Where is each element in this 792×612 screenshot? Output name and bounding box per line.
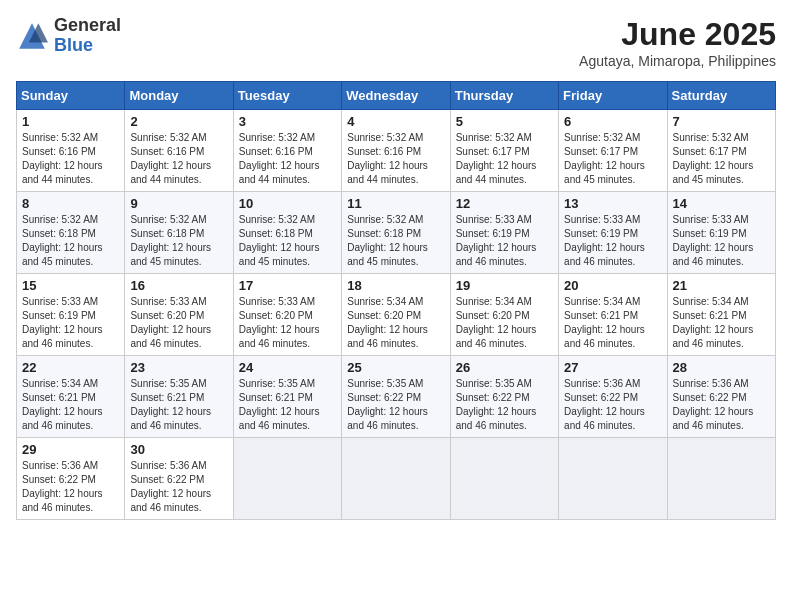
day-info: Sunrise: 5:35 AM Sunset: 6:21 PM Dayligh… — [239, 377, 336, 433]
day-cell-19: 19 Sunrise: 5:34 AM Sunset: 6:20 PM Dayl… — [450, 274, 558, 356]
day-cell-7: 7 Sunrise: 5:32 AM Sunset: 6:17 PM Dayli… — [667, 110, 775, 192]
day-info: Sunrise: 5:34 AM Sunset: 6:21 PM Dayligh… — [673, 295, 770, 351]
day-number: 9 — [130, 196, 227, 211]
day-number: 18 — [347, 278, 444, 293]
day-number: 28 — [673, 360, 770, 375]
day-info: Sunrise: 5:32 AM Sunset: 6:17 PM Dayligh… — [564, 131, 661, 187]
day-number: 30 — [130, 442, 227, 457]
day-info: Sunrise: 5:34 AM Sunset: 6:21 PM Dayligh… — [564, 295, 661, 351]
day-info: Sunrise: 5:35 AM Sunset: 6:21 PM Dayligh… — [130, 377, 227, 433]
day-cell-2: 2 Sunrise: 5:32 AM Sunset: 6:16 PM Dayli… — [125, 110, 233, 192]
day-info: Sunrise: 5:33 AM Sunset: 6:20 PM Dayligh… — [239, 295, 336, 351]
day-info: Sunrise: 5:32 AM Sunset: 6:18 PM Dayligh… — [239, 213, 336, 269]
calendar-week-1: 1 Sunrise: 5:32 AM Sunset: 6:16 PM Dayli… — [17, 110, 776, 192]
day-number: 8 — [22, 196, 119, 211]
day-cell-29: 29 Sunrise: 5:36 AM Sunset: 6:22 PM Dayl… — [17, 438, 125, 520]
day-cell-10: 10 Sunrise: 5:32 AM Sunset: 6:18 PM Dayl… — [233, 192, 341, 274]
day-cell-26: 26 Sunrise: 5:35 AM Sunset: 6:22 PM Dayl… — [450, 356, 558, 438]
header-friday: Friday — [559, 82, 667, 110]
logo-text: General Blue — [54, 16, 121, 56]
logo-blue: Blue — [54, 35, 93, 55]
day-info: Sunrise: 5:32 AM Sunset: 6:16 PM Dayligh… — [239, 131, 336, 187]
day-info: Sunrise: 5:32 AM Sunset: 6:18 PM Dayligh… — [130, 213, 227, 269]
header-thursday: Thursday — [450, 82, 558, 110]
day-cell-22: 22 Sunrise: 5:34 AM Sunset: 6:21 PM Dayl… — [17, 356, 125, 438]
day-number: 10 — [239, 196, 336, 211]
day-number: 7 — [673, 114, 770, 129]
day-cell-1: 1 Sunrise: 5:32 AM Sunset: 6:16 PM Dayli… — [17, 110, 125, 192]
calendar-week-5: 29 Sunrise: 5:36 AM Sunset: 6:22 PM Dayl… — [17, 438, 776, 520]
day-cell-11: 11 Sunrise: 5:32 AM Sunset: 6:18 PM Dayl… — [342, 192, 450, 274]
day-cell-30: 30 Sunrise: 5:36 AM Sunset: 6:22 PM Dayl… — [125, 438, 233, 520]
day-number: 23 — [130, 360, 227, 375]
logo-icon — [16, 20, 48, 52]
day-cell-21: 21 Sunrise: 5:34 AM Sunset: 6:21 PM Dayl… — [667, 274, 775, 356]
day-cell-8: 8 Sunrise: 5:32 AM Sunset: 6:18 PM Dayli… — [17, 192, 125, 274]
day-info: Sunrise: 5:32 AM Sunset: 6:18 PM Dayligh… — [22, 213, 119, 269]
day-cell-17: 17 Sunrise: 5:33 AM Sunset: 6:20 PM Dayl… — [233, 274, 341, 356]
day-info: Sunrise: 5:32 AM Sunset: 6:17 PM Dayligh… — [673, 131, 770, 187]
logo: General Blue — [16, 16, 121, 56]
day-cell-20: 20 Sunrise: 5:34 AM Sunset: 6:21 PM Dayl… — [559, 274, 667, 356]
day-number: 11 — [347, 196, 444, 211]
header-monday: Monday — [125, 82, 233, 110]
day-info: Sunrise: 5:32 AM Sunset: 6:16 PM Dayligh… — [130, 131, 227, 187]
day-cell-27: 27 Sunrise: 5:36 AM Sunset: 6:22 PM Dayl… — [559, 356, 667, 438]
day-cell-14: 14 Sunrise: 5:33 AM Sunset: 6:19 PM Dayl… — [667, 192, 775, 274]
page-header: General Blue June 2025 Agutaya, Mimaropa… — [16, 16, 776, 69]
header-tuesday: Tuesday — [233, 82, 341, 110]
day-number: 21 — [673, 278, 770, 293]
day-number: 1 — [22, 114, 119, 129]
day-number: 29 — [22, 442, 119, 457]
day-cell-9: 9 Sunrise: 5:32 AM Sunset: 6:18 PM Dayli… — [125, 192, 233, 274]
day-number: 4 — [347, 114, 444, 129]
header-saturday: Saturday — [667, 82, 775, 110]
empty-cell — [667, 438, 775, 520]
day-cell-13: 13 Sunrise: 5:33 AM Sunset: 6:19 PM Dayl… — [559, 192, 667, 274]
day-cell-6: 6 Sunrise: 5:32 AM Sunset: 6:17 PM Dayli… — [559, 110, 667, 192]
day-info: Sunrise: 5:35 AM Sunset: 6:22 PM Dayligh… — [347, 377, 444, 433]
day-number: 26 — [456, 360, 553, 375]
day-info: Sunrise: 5:32 AM Sunset: 6:16 PM Dayligh… — [22, 131, 119, 187]
day-info: Sunrise: 5:34 AM Sunset: 6:21 PM Dayligh… — [22, 377, 119, 433]
day-info: Sunrise: 5:32 AM Sunset: 6:16 PM Dayligh… — [347, 131, 444, 187]
logo-general: General — [54, 15, 121, 35]
day-cell-12: 12 Sunrise: 5:33 AM Sunset: 6:19 PM Dayl… — [450, 192, 558, 274]
title-block: June 2025 Agutaya, Mimaropa, Philippines — [579, 16, 776, 69]
day-info: Sunrise: 5:36 AM Sunset: 6:22 PM Dayligh… — [673, 377, 770, 433]
day-number: 2 — [130, 114, 227, 129]
month-title: June 2025 — [579, 16, 776, 53]
calendar-table: Sunday Monday Tuesday Wednesday Thursday… — [16, 81, 776, 520]
day-number: 13 — [564, 196, 661, 211]
day-number: 5 — [456, 114, 553, 129]
day-cell-4: 4 Sunrise: 5:32 AM Sunset: 6:16 PM Dayli… — [342, 110, 450, 192]
day-info: Sunrise: 5:33 AM Sunset: 6:19 PM Dayligh… — [456, 213, 553, 269]
location-subtitle: Agutaya, Mimaropa, Philippines — [579, 53, 776, 69]
empty-cell — [559, 438, 667, 520]
day-info: Sunrise: 5:33 AM Sunset: 6:19 PM Dayligh… — [673, 213, 770, 269]
day-number: 16 — [130, 278, 227, 293]
day-cell-16: 16 Sunrise: 5:33 AM Sunset: 6:20 PM Dayl… — [125, 274, 233, 356]
day-info: Sunrise: 5:36 AM Sunset: 6:22 PM Dayligh… — [130, 459, 227, 515]
day-number: 3 — [239, 114, 336, 129]
day-cell-23: 23 Sunrise: 5:35 AM Sunset: 6:21 PM Dayl… — [125, 356, 233, 438]
header-wednesday: Wednesday — [342, 82, 450, 110]
day-cell-5: 5 Sunrise: 5:32 AM Sunset: 6:17 PM Dayli… — [450, 110, 558, 192]
day-info: Sunrise: 5:35 AM Sunset: 6:22 PM Dayligh… — [456, 377, 553, 433]
day-number: 12 — [456, 196, 553, 211]
empty-cell — [233, 438, 341, 520]
day-number: 20 — [564, 278, 661, 293]
day-number: 22 — [22, 360, 119, 375]
calendar-week-2: 8 Sunrise: 5:32 AM Sunset: 6:18 PM Dayli… — [17, 192, 776, 274]
empty-cell — [450, 438, 558, 520]
day-info: Sunrise: 5:34 AM Sunset: 6:20 PM Dayligh… — [456, 295, 553, 351]
day-info: Sunrise: 5:33 AM Sunset: 6:20 PM Dayligh… — [130, 295, 227, 351]
empty-cell — [342, 438, 450, 520]
day-number: 14 — [673, 196, 770, 211]
weekday-header-row: Sunday Monday Tuesday Wednesday Thursday… — [17, 82, 776, 110]
day-cell-3: 3 Sunrise: 5:32 AM Sunset: 6:16 PM Dayli… — [233, 110, 341, 192]
header-sunday: Sunday — [17, 82, 125, 110]
day-number: 6 — [564, 114, 661, 129]
day-number: 15 — [22, 278, 119, 293]
day-number: 25 — [347, 360, 444, 375]
